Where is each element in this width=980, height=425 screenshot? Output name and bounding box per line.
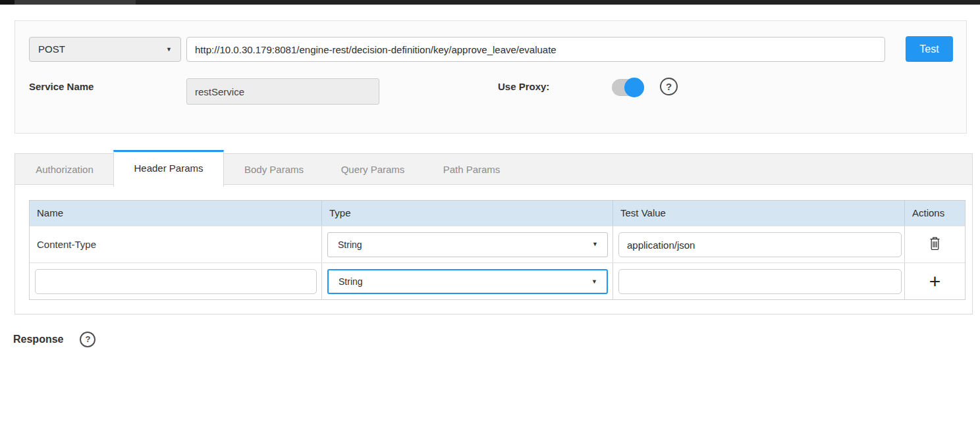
use-proxy-toggle[interactable] [612, 79, 644, 96]
response-help-icon[interactable]: ? [80, 332, 95, 347]
add-row-button[interactable]: + [922, 268, 948, 295]
top-bar-corner [0, 0, 14, 5]
http-method-select[interactable]: POST ▼ [29, 37, 181, 62]
plus-icon: + [929, 272, 941, 291]
new-param-name-input[interactable] [35, 269, 317, 294]
tab-authorization[interactable]: Authorization [15, 154, 114, 184]
response-section: Response ? [13, 332, 95, 347]
column-header-name: Name [30, 201, 321, 226]
service-name-input[interactable] [186, 78, 379, 105]
table-row: Content-Type String ▼ [30, 226, 965, 262]
header-params-content: Name Type Test Value Actions Content-Typ… [15, 185, 972, 300]
use-proxy-label: Use Proxy: [498, 81, 549, 92]
use-proxy-toggle-thumb [624, 78, 644, 97]
tab-header-params[interactable]: Header Params [113, 150, 224, 187]
service-name-label: Service Name [29, 81, 94, 92]
tab-query-params[interactable]: Query Params [323, 154, 422, 184]
chevron-down-icon: ▼ [166, 38, 172, 61]
table-row: String ▼ + [30, 262, 965, 299]
new-param-type-value: String [339, 276, 363, 287]
use-proxy-help-icon[interactable]: ? [660, 78, 678, 95]
trash-icon [929, 237, 940, 253]
tab-path-params[interactable]: Path Params [422, 154, 521, 184]
params-table: Name Type Test Value Actions Content-Typ… [29, 200, 966, 300]
response-label: Response [13, 334, 63, 345]
top-bar-tab-segment [14, 0, 136, 5]
tab-strip: Authorization Body Params Query Params P… [15, 154, 972, 185]
new-param-type-select[interactable]: String ▼ [327, 269, 608, 294]
tab-body-params[interactable]: Body Params [225, 154, 323, 184]
http-method-value: POST [38, 43, 65, 55]
params-card: Authorization Body Params Query Params P… [14, 153, 973, 314]
param-type-value: String [338, 239, 362, 250]
param-test-value-input[interactable] [618, 232, 902, 257]
top-bar [0, 0, 980, 5]
chevron-down-icon: ▼ [592, 233, 598, 255]
request-panel: POST ▼ Test Service Name Use Proxy: ? [14, 20, 967, 134]
param-name-value: Content-Type [37, 239, 96, 250]
column-header-test-value: Test Value [612, 201, 904, 226]
params-table-header-row: Name Type Test Value Actions [30, 201, 965, 226]
new-param-test-value-input[interactable] [618, 269, 902, 294]
chevron-down-icon: ▼ [591, 270, 597, 293]
column-header-actions: Actions [904, 201, 965, 226]
delete-row-button[interactable] [922, 232, 948, 258]
column-header-type: Type [321, 201, 612, 226]
param-type-select[interactable]: String ▼ [327, 232, 608, 257]
url-input[interactable] [186, 37, 885, 62]
test-button[interactable]: Test [906, 36, 953, 62]
